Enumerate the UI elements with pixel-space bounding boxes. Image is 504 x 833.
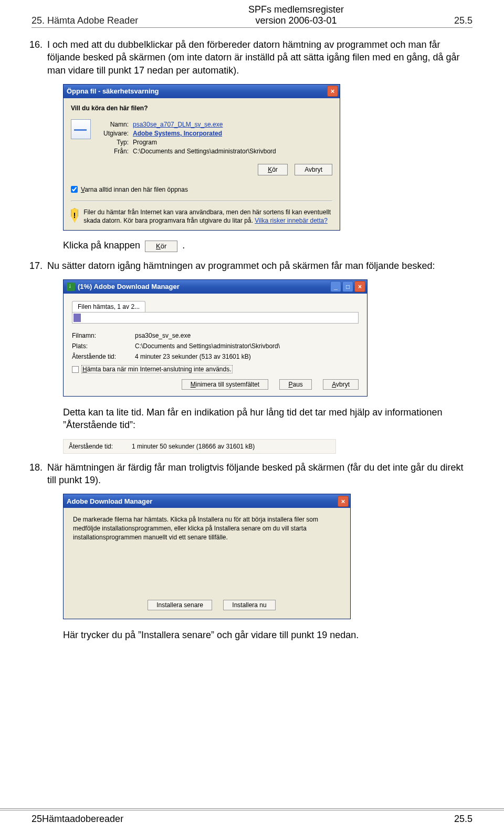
para-17b: Detta kan ta lite tid. Man får en indika… [63,406,472,432]
publisher-link[interactable]: Adobe Systems, Incorporated [133,130,332,137]
cancel-button[interactable]: Avbryt [295,164,332,175]
download-tab: Filen hämtas, 1 av 2... [72,301,145,312]
dialog2-titlebar: (1%) Adobe Download Manager _ □ × [64,280,367,294]
install-message: De markerade filerna har hämtats. Klicka… [73,515,341,542]
para-17: 17.Nu sätter datorn igång hämtningen av … [47,259,472,272]
file-name-link[interactable]: psa30se_a707_DLM_sv_se.exe [133,121,332,128]
always-warn-checkbox[interactable]: Varna alltid innan den här filen öppnas [71,186,332,193]
close-icon[interactable]: × [327,86,338,97]
kor-inline-button[interactable]: Kör [145,241,177,252]
application-icon [71,119,91,139]
page-footer: 25Hämtaadobereader 25.5 [0,808,504,825]
para-end: Här trycker du på ”Installera senare” oc… [63,629,472,641]
maximize-icon[interactable]: □ [342,281,353,292]
warning-text: Filer du hämtar från Internet kan vara a… [83,208,332,225]
abort-button[interactable]: Avbryt [323,379,359,390]
install-now-button[interactable]: Installera nu [223,600,275,610]
dialog3-titlebar: Adobe Download Manager × [64,494,350,508]
run-button[interactable]: Kör [258,164,288,175]
click-kor-line: Klicka på knappen Kör . [63,240,472,252]
install-later-button[interactable]: Installera senare [148,600,212,610]
header-center: SPFs medlemsregister version 2006-03-01 [248,4,344,26]
only-idle-checkbox[interactable]: Hämta bara när min Internet-anslutning i… [72,366,359,373]
pause-button[interactable]: Paus [279,379,311,390]
download-icon [67,283,75,291]
remaining-time-snippet: Återstående tid:1 minuter 50 sekunder (1… [63,439,336,454]
close-icon[interactable]: × [338,496,349,507]
install-dialog: Adobe Download Manager × De markerade fi… [63,494,351,619]
dialog1-question: Vill du köra den här filen? [71,105,332,112]
page-header: 25. Hämta Adobe Reader SPFs medlemsregis… [32,0,472,28]
minimize-icon[interactable]: _ [330,281,341,292]
progress-bar [72,312,359,324]
para-18: 18.När hämtningen är färdig får man trol… [47,461,472,487]
header-left: 25. Hämta Adobe Reader [32,15,138,26]
header-right: 25.5 [454,15,472,26]
security-warning-dialog: Öppna fil - säkerhetsvarning × Vill du k… [63,84,340,231]
dialog1-titlebar: Öppna fil - säkerhetsvarning × [64,85,340,98]
download-manager-dialog: (1%) Adobe Download Manager _ □ × Filen … [63,279,368,397]
close-icon[interactable]: × [354,281,365,292]
minimize-tray-button[interactable]: Minimera till systemfältet [182,379,268,390]
para-16: 16.I och med att du dubbelklickar på den… [47,38,472,77]
risk-link[interactable]: Vilka risker innebär detta? [255,217,328,224]
shield-icon [71,208,78,223]
